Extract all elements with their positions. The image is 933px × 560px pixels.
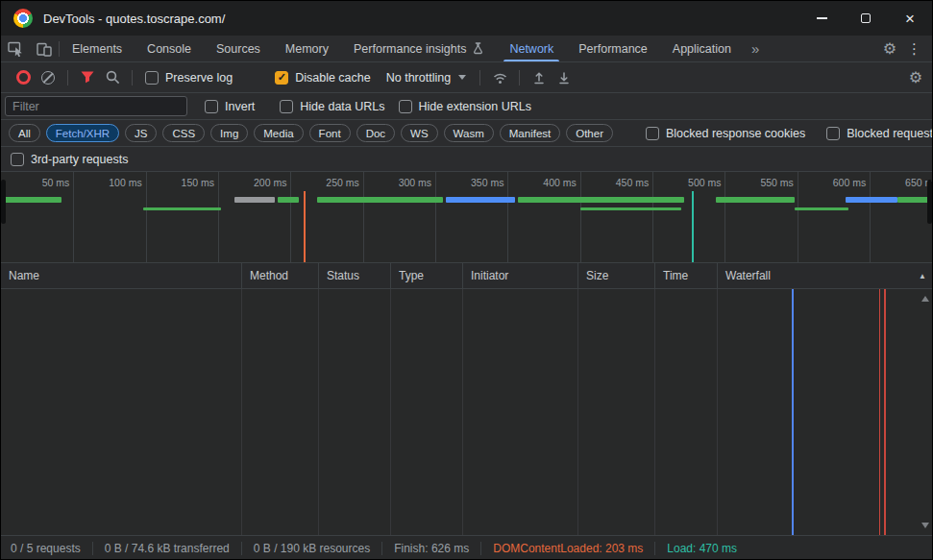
column-header-initiator[interactable]: Initiator	[462, 263, 577, 288]
hide-extension-urls-checkbox[interactable]	[399, 100, 412, 113]
preserve-log-group[interactable]: Preserve log	[145, 71, 233, 85]
chip-css[interactable]: CSS	[162, 124, 205, 142]
chip-manifest[interactable]: Manifest	[500, 124, 560, 142]
overview-gridline	[724, 172, 725, 262]
tab-console[interactable]: Console	[135, 36, 204, 61]
devtools-tab-bar: Elements Console Sources Memory Performa…	[1, 36, 932, 62]
tab-application[interactable]: Application	[660, 36, 744, 61]
search-network-button[interactable]	[100, 66, 125, 89]
tab-elements[interactable]: Elements	[60, 36, 135, 61]
network-conditions-button[interactable]	[487, 66, 512, 89]
clear-icon	[41, 71, 55, 85]
tab-sources[interactable]: Sources	[204, 36, 273, 61]
disable-cache-group[interactable]: Disable cache	[275, 71, 371, 85]
tab-network[interactable]: Network	[497, 36, 566, 61]
column-header-waterfall[interactable]: Waterfall ▲	[717, 263, 932, 288]
maximize-button[interactable]	[844, 1, 888, 36]
column-header-status[interactable]: Status	[318, 263, 390, 288]
blocked-requests-checkbox[interactable]	[826, 127, 840, 140]
column-label: Initiator	[471, 269, 508, 282]
minimize-button[interactable]	[799, 1, 844, 36]
toolbar-separator	[132, 70, 133, 85]
search-icon	[106, 70, 120, 85]
clear-network-log-button[interactable]	[36, 66, 61, 89]
network-settings-gear-icon[interactable]: ⚙	[909, 70, 922, 85]
record-icon	[16, 70, 31, 85]
tab-performance-insights[interactable]: Performance insights	[341, 36, 497, 61]
record-network-log-button[interactable]	[11, 66, 36, 89]
chip-wasm[interactable]: Wasm	[444, 124, 494, 142]
filter-toggle-button[interactable]	[75, 66, 100, 89]
more-tabs-button[interactable]: »	[744, 40, 767, 57]
column-label: Method	[250, 269, 288, 282]
disable-cache-checkbox[interactable]	[275, 71, 288, 85]
overview-handle-right[interactable]	[927, 180, 932, 224]
chip-font[interactable]: Font	[309, 124, 351, 142]
scrollbar-up-arrow-icon[interactable]	[921, 296, 929, 302]
tab-performance[interactable]: Performance	[566, 36, 660, 61]
chip-other[interactable]: Other	[566, 124, 613, 142]
export-har-button[interactable]	[552, 66, 577, 89]
column-header-method[interactable]: Method	[241, 263, 318, 288]
devtools-menu-kebab-icon[interactable]: ⋮	[896, 40, 932, 58]
network-filter-row: Invert Hide data URLs Hide extension URL…	[1, 93, 932, 120]
chip-all[interactable]: All	[9, 124, 40, 142]
throttling-select[interactable]: No throttling	[386, 71, 466, 85]
preserve-log-label: Preserve log	[165, 71, 233, 85]
column-label: Status	[327, 269, 359, 282]
hide-extension-urls-group[interactable]: Hide extension URLs	[399, 100, 531, 113]
tab-memory[interactable]: Memory	[273, 36, 341, 61]
blocked-response-cookies-group[interactable]: Blocked response cookies	[646, 127, 805, 140]
sort-ascending-icon[interactable]: ▲	[919, 272, 926, 280]
tab-label: Elements	[72, 42, 122, 56]
window-controls: ×	[799, 1, 932, 36]
overview-gridline	[870, 172, 871, 262]
overview-handle-left[interactable]	[1, 180, 6, 224]
chip-js[interactable]: JS	[125, 124, 157, 142]
tab-label: Performance	[578, 42, 648, 56]
third-party-group[interactable]: 3rd-party requests	[11, 153, 128, 166]
network-toolbar: Preserve log Disable cache No throttling	[1, 62, 932, 93]
requests-table-body[interactable]	[1, 289, 932, 535]
hide-data-urls-checkbox[interactable]	[280, 100, 293, 113]
overview-gridline	[218, 172, 219, 262]
inspect-cursor-icon	[8, 40, 24, 57]
chip-img[interactable]: Img	[210, 124, 248, 142]
chip-fetch-xhr[interactable]: Fetch/XHR	[46, 124, 119, 142]
column-header-name[interactable]: Name	[1, 263, 241, 288]
column-divider	[717, 289, 718, 535]
requests-table-header: Name Method Status Type Initiator Size T…	[1, 263, 932, 289]
blocked-response-cookies-checkbox[interactable]	[646, 127, 659, 140]
chevron-down-icon	[458, 75, 466, 80]
invert-checkbox[interactable]	[205, 100, 218, 113]
import-har-button[interactable]	[527, 66, 552, 89]
devtools-settings-gear-icon[interactable]: ⚙	[883, 41, 896, 57]
filter-input[interactable]	[5, 96, 187, 116]
overview-request-bar	[446, 197, 515, 203]
network-overview[interactable]: 50 ms100 ms150 ms200 ms250 ms300 ms350 m…	[1, 172, 932, 263]
scrollbar-down-arrow-icon[interactable]	[921, 523, 929, 528]
chip-doc[interactable]: Doc	[356, 124, 395, 142]
preserve-log-checkbox[interactable]	[145, 71, 159, 85]
vertical-scrollbar[interactable]	[918, 289, 932, 535]
invert-filter-group[interactable]: Invert	[205, 100, 255, 113]
blocked-requests-group[interactable]: Blocked requests	[826, 127, 933, 140]
column-header-time[interactable]: Time	[654, 263, 717, 288]
overview-tick-label: 100 ms	[90, 177, 142, 188]
column-header-type[interactable]: Type	[390, 263, 462, 288]
chip-media[interactable]: Media	[254, 124, 303, 142]
device-toolbar-button[interactable]	[30, 36, 59, 61]
hide-data-urls-group[interactable]: Hide data URLs	[280, 100, 384, 113]
status-transferred: 0 B / 74.6 kB transferred	[93, 542, 241, 555]
close-button[interactable]: ×	[888, 1, 932, 36]
column-header-size[interactable]: Size	[577, 263, 654, 288]
overview-gridline	[435, 172, 436, 262]
chip-ws[interactable]: WS	[401, 124, 438, 142]
third-party-checkbox[interactable]	[11, 153, 24, 166]
title-bar: DevTools - quotes.toscrape.com/ ×	[1, 1, 932, 36]
inspect-element-button[interactable]	[1, 36, 30, 61]
column-divider	[577, 289, 578, 535]
overview-request-bar	[580, 207, 681, 210]
column-divider	[241, 289, 242, 535]
tab-label: Sources	[216, 42, 260, 56]
